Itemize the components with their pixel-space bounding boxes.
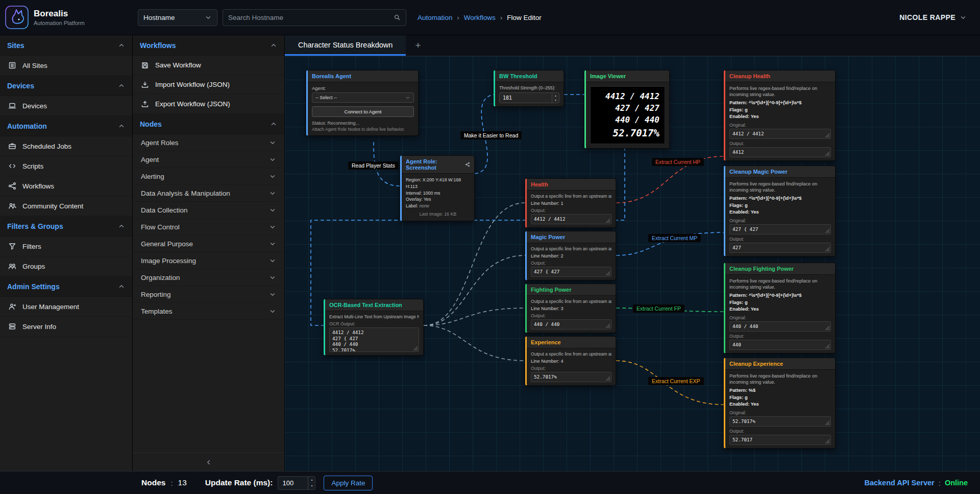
node-category-reporting[interactable]: Reporting	[133, 286, 284, 303]
sidebar-section-automation[interactable]: Automation	[0, 116, 132, 136]
import-workflow-button[interactable]: Import Workflow (JSON)	[133, 75, 284, 95]
node-category-organization[interactable]: Organization	[133, 269, 284, 286]
node-bw-threshold[interactable]: BW Threshold Threshold Strength (0–255):…	[494, 70, 564, 107]
node-category-data-analysis[interactable]: Data Analysis & Manipulation	[133, 185, 284, 202]
output-textarea[interactable]: 4412	[729, 147, 831, 157]
edge-label-extract-current-fp[interactable]: Extract Current FP	[633, 304, 684, 313]
sidebar-item-all-sites[interactable]: All Sites	[0, 56, 132, 76]
sidebar-item-user-management[interactable]: User Management	[0, 297, 132, 317]
edge-label-read-player-stats[interactable]: Read Player Stats	[348, 161, 399, 170]
output-textarea[interactable]: 440 / 440	[531, 319, 611, 330]
node-category-agent-roles[interactable]: Agent Roles	[133, 134, 284, 151]
threshold-value-input[interactable]	[500, 93, 552, 103]
node-experience[interactable]: Experience Output a specific line from a…	[525, 336, 616, 386]
add-tab-button[interactable]: +	[406, 35, 430, 56]
node-borealis-agent[interactable]: Borealis Agent Agent: -- Select -- Conne…	[306, 70, 419, 136]
sidebar-item-community-content[interactable]: Community Content	[0, 196, 132, 216]
node-header[interactable]: Magic Power	[527, 231, 616, 243]
connect-to-agent-button[interactable]: Connect to Agent	[312, 106, 414, 117]
node-header[interactable]: Fighting Power	[527, 284, 616, 296]
original-textarea[interactable]: 427 { 427	[729, 224, 831, 234]
number-spinner[interactable]: ▴ ▾	[552, 93, 559, 103]
node-fighting-power[interactable]: Fighting Power Output a specific line fr…	[525, 284, 616, 333]
node-category-agent[interactable]: Agent	[133, 151, 284, 168]
sidebar-section-filters-groups[interactable]: Filters & Groups	[0, 216, 132, 237]
spinner-up-icon[interactable]: ▴	[552, 93, 559, 98]
sidebar-item-workflows[interactable]: Workflows	[0, 176, 132, 196]
node-category-alerting[interactable]: Alerting	[133, 168, 284, 185]
edge-label-make-it-easier-to-read[interactable]: Make it Easier to Read	[460, 131, 522, 139]
nodes-panel-header[interactable]: Nodes	[133, 114, 284, 134]
node-header[interactable]: Experience	[527, 337, 616, 348]
node-header[interactable]: Borealis Agent	[308, 70, 418, 82]
node-category-flow-control[interactable]: Flow Control	[133, 219, 284, 236]
node-header[interactable]: Cleanup Magic Power	[725, 166, 835, 178]
tab-character-status-breakdown[interactable]: Character Status Breakdown	[285, 35, 406, 56]
collapse-panel-button[interactable]	[133, 453, 284, 471]
save-workflow-button[interactable]: Save Workflow	[133, 56, 284, 75]
node-cleanup-fighting-power[interactable]: Cleanup Fighting Power Performs live reg…	[724, 263, 836, 354]
node-header[interactable]: Cleanup Experience	[725, 358, 835, 370]
node-cleanup-experience[interactable]: Cleanup Experience Performs live regex-b…	[724, 358, 836, 449]
spinner-up-icon[interactable]: ▴	[308, 477, 315, 483]
original-textarea[interactable]: 440 / 440	[729, 321, 831, 332]
node-header[interactable]: Cleanup Health	[725, 70, 835, 82]
node-header[interactable]: Health	[527, 179, 616, 191]
agent-select[interactable]: -- Select --	[312, 92, 414, 103]
ocr-output-textarea[interactable]: 4412 / 4412 427 { 427 440 / 440 52.7017%	[329, 327, 419, 352]
node-agent-role-screenshot[interactable]: Agent Role: Screenshot Region: X:200 Y:4…	[400, 155, 475, 221]
original-textarea[interactable]: 4412 / 4412	[729, 129, 831, 139]
edge-label-extract-current-exp[interactable]: Extract Current EXP	[648, 377, 704, 385]
search-hostname-box[interactable]	[223, 9, 406, 26]
output-textarea[interactable]: 440	[729, 340, 831, 350]
number-spinner[interactable]: ▴ ▾	[308, 477, 315, 489]
edge-label-extract-current-mp[interactable]: Extract Current MP	[648, 234, 701, 242]
hostname-dropdown[interactable]: Hostname	[138, 9, 217, 26]
output-textarea[interactable]: 52.7017	[729, 435, 831, 445]
sidebar-item-filters[interactable]: Filters	[0, 237, 132, 256]
node-cleanup-magic-power[interactable]: Cleanup Magic Power Performs live regex-…	[724, 166, 836, 256]
sidebar-item-groups[interactable]: Groups	[0, 256, 132, 276]
node-magic-power[interactable]: Magic Power Output a specific line from …	[525, 231, 616, 280]
node-category-general-purpose[interactable]: General Purpose	[133, 236, 284, 252]
sidebar-section-admin-settings[interactable]: Admin Settings	[0, 276, 132, 297]
update-rate-input-wrap[interactable]: ▴ ▾	[278, 476, 315, 490]
update-rate-input[interactable]	[278, 477, 308, 489]
workflows-panel-header[interactable]: Workflows	[133, 35, 284, 56]
output-textarea[interactable]: 52.7017%	[531, 372, 611, 382]
node-header[interactable]: OCR-Based Text Extraction	[325, 299, 423, 311]
node-header[interactable]: Image Viewer	[586, 70, 669, 82]
spinner-down-icon[interactable]: ▾	[552, 98, 559, 103]
breadcrumb-workflows[interactable]: Workflows	[464, 14, 496, 21]
original-textarea[interactable]: 52.7017%	[729, 416, 831, 427]
search-input[interactable]	[228, 14, 394, 21]
node-ocr-text-extraction[interactable]: OCR-Based Text Extraction Extract Multi-…	[324, 299, 424, 356]
sidebar-item-devices[interactable]: Devices	[0, 96, 132, 116]
output-textarea[interactable]: 4412 / 4412	[531, 214, 611, 224]
sidebar-item-scheduled-jobs[interactable]: Scheduled Jobs	[0, 136, 132, 156]
export-workflow-button[interactable]: Export Workflow (JSON)	[133, 95, 284, 114]
output-textarea[interactable]: 427 { 427	[531, 267, 611, 277]
share-icon[interactable]	[465, 162, 470, 167]
threshold-input[interactable]: ▴ ▾	[499, 92, 559, 103]
node-category-data-collection[interactable]: Data Collection	[133, 202, 284, 219]
flow-canvas[interactable]: Borealis Agent Agent: -- Select -- Conne…	[285, 56, 980, 471]
user-menu[interactable]: NICOLE RAPPE	[899, 13, 967, 21]
node-category-templates[interactable]: Templates	[133, 303, 284, 320]
node-header[interactable]: Cleanup Fighting Power	[725, 263, 835, 275]
sidebar-section-sites[interactable]: Sites	[0, 35, 132, 56]
edge-label-extract-current-hp[interactable]: Extract Current HP	[652, 158, 704, 166]
node-cleanup-health[interactable]: Cleanup Health Performs live regex-based…	[724, 70, 836, 161]
node-category-image-processing[interactable]: Image Processing	[133, 252, 284, 269]
sidebar-section-devices[interactable]: Devices	[0, 76, 132, 96]
sidebar-item-scripts[interactable]: Scripts	[0, 156, 132, 176]
breadcrumb-automation[interactable]: Automation	[418, 14, 452, 21]
node-header[interactable]: Agent Role: Screenshot	[402, 156, 474, 174]
sidebar-item-server-info[interactable]: Server Info	[0, 317, 132, 337]
node-health[interactable]: Health Output a specific line from an up…	[525, 178, 616, 228]
node-image-viewer[interactable]: Image Viewer 4412 / 4412 427 / 427 440 /…	[584, 70, 670, 149]
output-textarea[interactable]: 427	[729, 243, 831, 253]
node-header[interactable]: BW Threshold	[495, 70, 564, 82]
apply-rate-button[interactable]: Apply Rate	[324, 476, 373, 490]
spinner-down-icon[interactable]: ▾	[308, 483, 315, 489]
